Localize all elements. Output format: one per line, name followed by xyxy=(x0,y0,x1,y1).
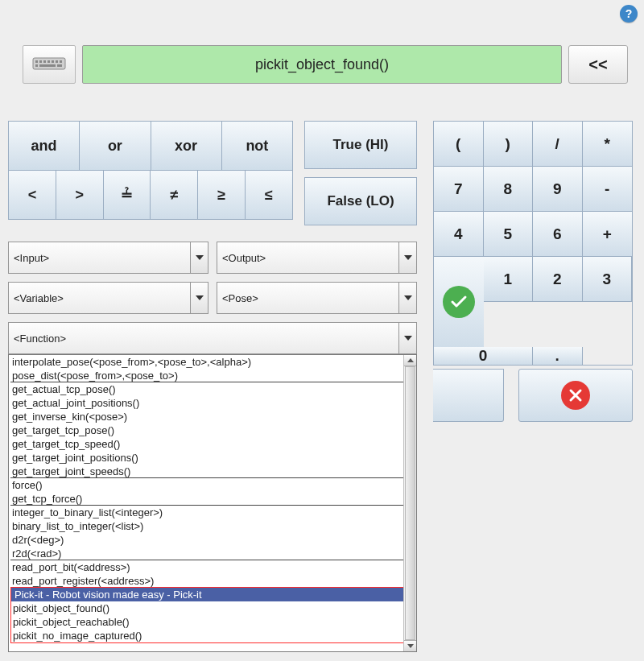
output-dropdown[interactable]: <Output> xyxy=(217,242,417,274)
variable-dropdown[interactable]: <Variable> xyxy=(8,282,208,314)
true-button[interactable]: True (HI) xyxy=(304,121,417,169)
function-group-header[interactable]: Pick-it - Robot vision made easy - Pick-… xyxy=(11,588,414,601)
cancel-button[interactable] xyxy=(518,369,633,422)
svg-rect-10 xyxy=(57,64,62,67)
function-item[interactable]: get_tcp_force() xyxy=(10,492,415,506)
function-item[interactable]: pickit_object_reachable() xyxy=(11,615,414,629)
question-equal-button[interactable]: ≟ xyxy=(104,171,151,219)
pose-dropdown-label: <Pose> xyxy=(222,292,258,304)
plus-button[interactable]: + xyxy=(583,212,633,257)
svg-rect-6 xyxy=(56,60,58,63)
chevron-down-icon xyxy=(190,283,208,313)
and-button[interactable]: and xyxy=(9,122,80,170)
function-item[interactable]: get_target_tcp_speed() xyxy=(10,437,415,451)
chevron-down-icon xyxy=(398,323,416,353)
keyboard-icon xyxy=(32,55,66,75)
dot-button[interactable]: . xyxy=(533,347,583,365)
lparen-button[interactable]: ( xyxy=(434,122,484,167)
function-item[interactable]: pickit_object_found() xyxy=(11,601,414,615)
greater-equal-button[interactable]: ≥ xyxy=(198,171,246,219)
svg-rect-3 xyxy=(43,60,46,63)
function-item[interactable]: get_target_joint_positions() xyxy=(10,451,415,465)
divide-button[interactable]: / xyxy=(533,122,583,167)
function-list: interpolate_pose(<pose_from>,<pose_to>,<… xyxy=(8,354,417,652)
key-4[interactable]: 4 xyxy=(434,212,484,257)
key-8[interactable]: 8 xyxy=(484,167,534,212)
numpad: ( ) / * 7 8 9 - 4 5 6 + 1 2 3 0 . xyxy=(433,121,633,366)
function-dropdown[interactable]: <Function> xyxy=(8,322,417,354)
not-equal-button[interactable]: ≠ xyxy=(151,171,198,219)
less-than-button[interactable]: < xyxy=(9,171,56,219)
greater-than-button[interactable]: > xyxy=(56,171,104,219)
scroll-thumb[interactable] xyxy=(405,366,415,640)
input-dropdown[interactable]: <Input> xyxy=(8,242,208,274)
function-item[interactable]: r2d(<rad>) xyxy=(10,547,415,560)
function-item[interactable]: get_actual_joint_positions() xyxy=(10,396,415,410)
key-7[interactable]: 7 xyxy=(434,167,484,212)
multiply-button[interactable]: * xyxy=(583,122,633,167)
close-icon xyxy=(561,381,590,410)
scroll-up-icon[interactable] xyxy=(404,355,416,366)
function-item[interactable]: read_port_register(<address>) xyxy=(10,574,415,588)
svg-rect-9 xyxy=(39,64,56,67)
scrollbar[interactable] xyxy=(403,355,416,651)
output-dropdown-label: <Output> xyxy=(222,252,266,264)
scroll-down-icon[interactable] xyxy=(404,640,416,651)
key-9[interactable]: 9 xyxy=(533,167,583,212)
function-dropdown-label: <Function> xyxy=(14,333,66,345)
function-item[interactable]: get_target_tcp_pose() xyxy=(10,423,415,437)
or-button[interactable]: or xyxy=(80,122,151,170)
rparen-button[interactable]: ) xyxy=(484,122,534,167)
svg-rect-8 xyxy=(35,64,38,67)
panel-edge xyxy=(433,369,504,422)
logic-block: and or xor not < > ≟ ≠ ≥ ≤ xyxy=(8,121,293,220)
svg-rect-5 xyxy=(52,60,54,63)
expression-field[interactable]: pickit_object_found() xyxy=(82,45,562,84)
false-button[interactable]: False (LO) xyxy=(304,177,417,225)
xor-button[interactable]: xor xyxy=(151,122,222,170)
help-icon[interactable]: ? xyxy=(620,5,638,23)
svg-rect-4 xyxy=(47,60,50,63)
minus-button[interactable]: - xyxy=(583,167,633,212)
svg-rect-7 xyxy=(60,60,62,63)
boolean-block: True (HI) False (LO) xyxy=(304,121,417,225)
pose-dropdown[interactable]: <Pose> xyxy=(217,282,417,314)
check-icon xyxy=(443,286,475,318)
function-item[interactable]: get_inverse_kin(<pose>) xyxy=(10,410,415,423)
key-5[interactable]: 5 xyxy=(484,212,534,257)
not-button[interactable]: not xyxy=(222,122,292,170)
function-item[interactable]: binary_list_to_integer(<list>) xyxy=(10,519,415,533)
backspace-button[interactable]: << xyxy=(568,45,628,84)
function-item[interactable]: integer_to_binary_list(<integer>) xyxy=(10,506,415,519)
svg-rect-2 xyxy=(39,60,42,63)
svg-rect-1 xyxy=(35,60,38,63)
key-2[interactable]: 2 xyxy=(533,257,583,302)
input-dropdown-label: <Input> xyxy=(14,252,49,264)
key-0[interactable]: 0 xyxy=(434,347,533,365)
function-item[interactable]: pickit_no_image_captured() xyxy=(11,629,414,642)
less-equal-button[interactable]: ≤ xyxy=(246,171,292,219)
chevron-down-icon xyxy=(398,242,416,273)
chevron-down-icon xyxy=(398,283,416,313)
function-item[interactable]: d2r(<deg>) xyxy=(10,533,415,547)
function-item[interactable]: pose_dist(<pose_from>,<pose_to>) xyxy=(10,369,415,382)
chevron-down-icon xyxy=(190,242,208,273)
key-1[interactable]: 1 xyxy=(484,257,534,302)
function-item[interactable]: get_actual_tcp_pose() xyxy=(10,382,415,396)
keyboard-button[interactable] xyxy=(23,45,76,84)
function-item[interactable]: force() xyxy=(10,478,415,492)
svg-rect-0 xyxy=(33,58,65,69)
variable-dropdown-label: <Variable> xyxy=(14,292,64,304)
key-6[interactable]: 6 xyxy=(533,212,583,257)
ok-button[interactable] xyxy=(434,257,484,347)
key-3[interactable]: 3 xyxy=(583,257,633,302)
expression-text: pickit_object_found() xyxy=(255,56,389,73)
function-item[interactable]: interpolate_pose(<pose_from>,<pose_to>,<… xyxy=(10,355,415,369)
function-item[interactable]: read_port_bit(<address>) xyxy=(10,560,415,574)
function-item[interactable]: get_target_joint_speeds() xyxy=(10,465,415,478)
